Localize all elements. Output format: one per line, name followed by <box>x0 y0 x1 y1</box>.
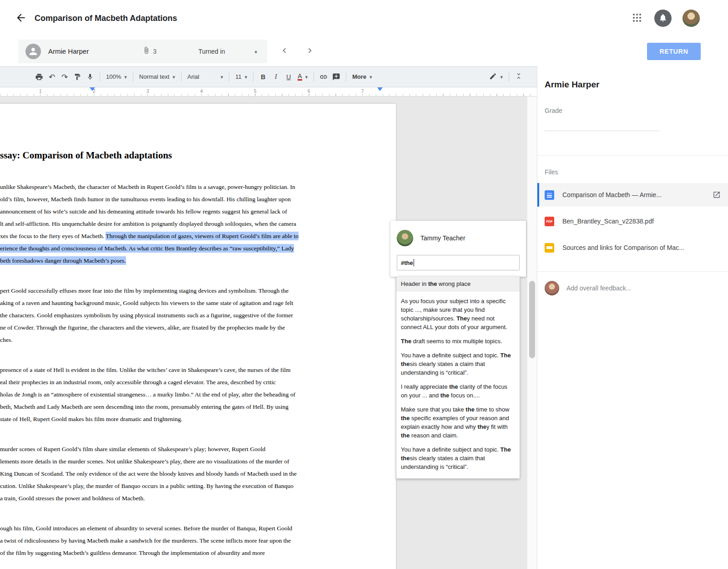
comment-suggestion[interactable]: The draft seems to mix multiple topics. <box>396 337 520 345</box>
comment-suggestion[interactable]: Make sure that you take the time to show… <box>396 405 520 440</box>
comment-input-value: #the <box>401 259 413 266</box>
doc-line: erience the thoughts and consciousness o… <box>0 242 324 254</box>
doc-paragraph: presence of a state of Hell is evident i… <box>0 364 324 425</box>
undo-button[interactable]: ↶ <box>46 70 58 84</box>
top-bar: Comparison of Macbeth Adaptations <box>0 0 728 36</box>
doc-line: state of Hell, Rupert Goold makes his fi… <box>0 413 324 425</box>
doc-file-icon <box>545 190 554 200</box>
chevron-right-icon <box>305 46 315 57</box>
more-button[interactable]: More <box>349 70 375 84</box>
student-selector[interactable]: Armie Harper 3 Turned in <box>18 40 267 63</box>
collapse-toolbar-button[interactable] <box>512 70 525 84</box>
doc-text: the characters. Goold emphasizes symboli… <box>0 312 293 319</box>
collapse-chevrons-icon <box>515 72 523 81</box>
bold-button[interactable]: B <box>257 70 269 84</box>
toolbar-separator <box>346 72 346 81</box>
next-student-button[interactable] <box>302 43 318 60</box>
voice-typing-button[interactable] <box>84 70 96 84</box>
doc-paragraph: unlike Shakespeare’s Macbeth, the charac… <box>0 181 324 267</box>
text-color-button[interactable]: A <box>295 70 310 84</box>
print-button[interactable] <box>33 70 46 84</box>
doc-text: a twist of ridiculousness by having Macb… <box>0 537 291 544</box>
file-row[interactable]: Comparison of Macbeth — Armie... <box>537 183 728 207</box>
format-paint-button[interactable] <box>71 70 84 84</box>
return-button[interactable]: RETURN <box>647 43 701 60</box>
doc-text: old’s film, however, Macbeth finds humor… <box>0 196 291 203</box>
back-arrow-icon <box>15 12 27 25</box>
open-in-new-icon[interactable] <box>713 191 721 199</box>
file-row[interactable]: PDFBen_Brantley_Scan_v22838.pdf <box>537 209 728 233</box>
overall-feedback-field[interactable]: Add overall feedback... <box>537 272 728 295</box>
comment-suggestion[interactable]: As you focus your subject into a specifi… <box>396 297 520 331</box>
redo-button[interactable]: ↷ <box>58 70 71 84</box>
vertical-scrollbar[interactable] <box>527 97 537 569</box>
zoom-select[interactable]: 100% <box>103 70 130 84</box>
doc-line: beth, Macbeth and Lady Macbeth are seen … <box>0 401 324 413</box>
file-label: Ben_Brantley_Scan_v22838.pdf <box>562 218 721 225</box>
doc-line: pert Goold successfully effuses more fea… <box>0 284 324 297</box>
underline-button[interactable]: U <box>282 70 295 84</box>
redo-icon: ↷ <box>61 72 68 81</box>
ruler-number: 4 <box>200 89 203 94</box>
doc-text: unlike Shakespeare’s Macbeth, the charac… <box>0 183 295 190</box>
comment-suggestion[interactable]: You have a definite subject and topic. T… <box>396 351 520 377</box>
insert-comment-button[interactable] <box>330 70 343 84</box>
text-selection-highlight: erience the thoughts and consciousness o… <box>0 244 294 253</box>
more-label: More <box>352 73 366 80</box>
ruler-number: 5 <box>254 89 257 94</box>
left-indent-marker[interactable] <box>90 87 95 91</box>
doc-line: old’s film, however, Macbeth finds humor… <box>0 193 324 205</box>
document-content: ssay: Comparison of Macbeth adaptations … <box>0 104 396 559</box>
apps-grid-button[interactable] <box>629 10 645 26</box>
doc-text: announcement of his wife’s suicide and h… <box>0 208 287 215</box>
italic-button[interactable]: I <box>269 70 282 84</box>
editing-mode-button[interactable] <box>486 70 506 84</box>
doc-text: state of Hell, Rupert Goold makes his fi… <box>0 416 182 422</box>
doc-text: eal their prophecies in an industrial ro… <box>0 379 276 386</box>
font-size-select[interactable]: 11 <box>233 70 250 84</box>
toolbar-separator <box>100 72 100 81</box>
font-family-select[interactable]: Arial <box>185 70 226 84</box>
scrollbar-thumb[interactable] <box>529 281 535 358</box>
comment-card-padding <box>390 270 526 277</box>
back-button[interactable] <box>14 11 28 25</box>
doc-body: unlike Shakespeare’s Macbeth, the charac… <box>0 181 324 559</box>
file-row[interactable]: Sources and links for Comparison of Mac.… <box>537 236 728 259</box>
teacher-avatar <box>397 230 413 246</box>
files-label: Files <box>545 168 721 176</box>
doc-line: aking of a raven and haunting background… <box>0 297 324 309</box>
undo-icon: ↶ <box>49 72 55 81</box>
doc-text: ches. <box>0 336 12 343</box>
notifications-button[interactable] <box>654 10 672 27</box>
text-selection-highlight: beth foreshadows danger through Macbeth’… <box>0 256 126 265</box>
chevron-down-icon[interactable] <box>254 47 260 56</box>
previous-student-button[interactable] <box>276 43 293 60</box>
grade-label: Grade <box>545 107 721 114</box>
grade-input[interactable] <box>545 131 660 131</box>
document-ruler[interactable]: 1234567 <box>0 87 537 97</box>
comment-suggestion[interactable]: Header in the wrong place <box>396 276 520 291</box>
grading-sidebar: Armie Harper Grade Files Comparison of M… <box>537 66 728 569</box>
doc-text: presence of a state of Hell is evident i… <box>0 366 291 373</box>
feedback-placeholder: Add overall feedback... <box>566 284 631 292</box>
paragraph-style-select[interactable]: Normal text <box>136 70 178 84</box>
sidebar-student-name: Armie Harper <box>545 80 721 90</box>
doc-line: a train, Goold stresses the power and bo… <box>0 492 324 504</box>
doc-text: ne of Cowder. Through the figurine, the … <box>0 324 285 331</box>
account-avatar[interactable] <box>682 10 700 27</box>
paragraph-style-value: Normal text <box>139 73 169 80</box>
submission-status: Turned in <box>198 48 225 55</box>
doc-line: unlike Shakespeare’s Macbeth, the charac… <box>0 181 324 193</box>
document-page[interactable]: ssay: Comparison of Macbeth adaptations … <box>0 104 396 569</box>
comment-suggestion[interactable]: I really appreciate the clarity of the f… <box>396 382 520 400</box>
insert-link-button[interactable] <box>317 70 330 84</box>
doc-text: cution. Unlike Shakespeare’s play, the m… <box>0 483 293 489</box>
comment-input[interactable]: #the <box>397 255 520 270</box>
comment-suggestion[interactable]: You have a definite subject and topic. T… <box>396 445 520 471</box>
doc-text: lt and self-affliction. His unquenchable… <box>0 220 296 227</box>
pencil-icon <box>489 72 497 81</box>
text-color-glyph: A <box>298 73 302 81</box>
doc-line: holas de Jongh is an “atmosphere of exis… <box>0 388 324 401</box>
right-indent-marker[interactable] <box>377 87 383 91</box>
doc-line: lements more details in the murder scene… <box>0 455 324 467</box>
